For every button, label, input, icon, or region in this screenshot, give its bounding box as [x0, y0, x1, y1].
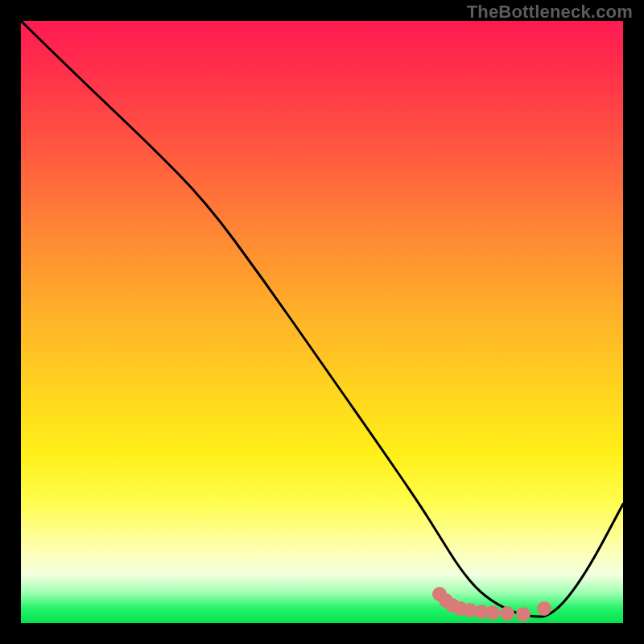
marker-cluster — [537, 601, 551, 616]
marker-cluster — [500, 606, 514, 621]
marker-cluster — [516, 607, 530, 621]
curve-layer — [21, 21, 623, 623]
marker-cluster — [485, 605, 500, 620]
plot-area — [21, 21, 623, 623]
watermark-text: TheBottleneck.com — [467, 2, 633, 23]
bottleneck-curve — [21, 21, 623, 617]
chart-frame: TheBottleneck.com — [0, 0, 644, 644]
